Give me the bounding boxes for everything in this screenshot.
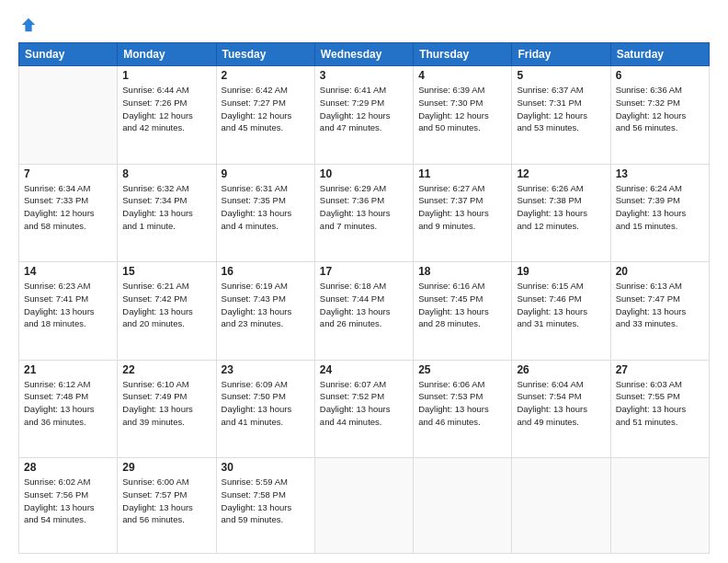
day-number: 24 bbox=[320, 363, 408, 376]
day-of-week-header: Monday bbox=[118, 43, 216, 66]
calendar-header-row: SundayMondayTuesdayWednesdayThursdayFrid… bbox=[19, 43, 710, 66]
calendar-cell: 18Sunrise: 6:16 AMSunset: 7:45 PMDayligh… bbox=[414, 262, 512, 361]
calendar-cell: 22Sunrise: 6:10 AMSunset: 7:49 PMDayligh… bbox=[118, 360, 216, 458]
day-info: Sunrise: 5:59 AMSunset: 7:58 PMDaylight:… bbox=[222, 476, 310, 526]
calendar-cell: 20Sunrise: 6:13 AMSunset: 7:47 PMDayligh… bbox=[610, 262, 709, 361]
calendar-cell: 25Sunrise: 6:06 AMSunset: 7:53 PMDayligh… bbox=[414, 360, 512, 458]
day-info: Sunrise: 6:19 AMSunset: 7:43 PMDaylight:… bbox=[222, 280, 310, 330]
day-info: Sunrise: 6:36 AMSunset: 7:32 PMDaylight:… bbox=[616, 84, 704, 134]
calendar-cell: 26Sunrise: 6:04 AMSunset: 7:54 PMDayligh… bbox=[512, 360, 610, 458]
day-number: 10 bbox=[320, 167, 408, 180]
day-of-week-header: Wednesday bbox=[314, 43, 413, 66]
calendar-cell: 3Sunrise: 6:41 AMSunset: 7:29 PMDaylight… bbox=[314, 66, 413, 165]
day-number: 3 bbox=[320, 69, 408, 82]
day-info: Sunrise: 6:04 AMSunset: 7:54 PMDaylight:… bbox=[517, 378, 605, 429]
day-of-week-header: Saturday bbox=[610, 43, 709, 66]
page: SundayMondayTuesdayWednesdayThursdayFrid… bbox=[0, 0, 728, 563]
logo-icon bbox=[20, 17, 37, 33]
calendar-cell: 9Sunrise: 6:31 AMSunset: 7:35 PMDaylight… bbox=[216, 164, 314, 262]
day-info: Sunrise: 6:39 AMSunset: 7:30 PMDaylight:… bbox=[418, 84, 506, 134]
calendar-week-row: 21Sunrise: 6:12 AMSunset: 7:48 PMDayligh… bbox=[19, 360, 710, 458]
calendar-week-row: 28Sunrise: 6:02 AMSunset: 7:56 PMDayligh… bbox=[19, 458, 710, 554]
day-info: Sunrise: 6:23 AMSunset: 7:41 PMDaylight:… bbox=[24, 280, 112, 330]
day-number: 26 bbox=[517, 363, 605, 376]
day-number: 8 bbox=[122, 167, 210, 180]
day-number: 20 bbox=[616, 265, 704, 278]
calendar-cell bbox=[19, 66, 118, 165]
day-info: Sunrise: 6:24 AMSunset: 7:39 PMDaylight:… bbox=[616, 182, 704, 233]
logo-text bbox=[18, 17, 37, 33]
day-info: Sunrise: 6:07 AMSunset: 7:52 PMDaylight:… bbox=[320, 378, 408, 429]
calendar-cell: 5Sunrise: 6:37 AMSunset: 7:31 PMDaylight… bbox=[512, 66, 610, 165]
day-of-week-header: Sunday bbox=[19, 43, 118, 66]
day-info: Sunrise: 6:27 AMSunset: 7:37 PMDaylight:… bbox=[418, 182, 506, 233]
day-info: Sunrise: 6:13 AMSunset: 7:47 PMDaylight:… bbox=[616, 280, 704, 330]
day-info: Sunrise: 6:26 AMSunset: 7:38 PMDaylight:… bbox=[517, 182, 605, 233]
day-of-week-header: Friday bbox=[512, 43, 610, 66]
calendar-week-row: 14Sunrise: 6:23 AMSunset: 7:41 PMDayligh… bbox=[19, 262, 710, 361]
day-number: 30 bbox=[222, 461, 310, 474]
day-info: Sunrise: 6:15 AMSunset: 7:46 PMDaylight:… bbox=[517, 280, 605, 330]
calendar-cell: 10Sunrise: 6:29 AMSunset: 7:36 PMDayligh… bbox=[314, 164, 413, 262]
header bbox=[18, 17, 710, 33]
day-number: 4 bbox=[418, 69, 506, 82]
calendar-cell bbox=[414, 458, 512, 554]
day-number: 17 bbox=[320, 265, 408, 278]
day-number: 5 bbox=[517, 69, 605, 82]
day-info: Sunrise: 6:02 AMSunset: 7:56 PMDaylight:… bbox=[24, 476, 112, 526]
day-number: 13 bbox=[616, 167, 704, 180]
day-number: 23 bbox=[222, 363, 310, 376]
calendar-cell: 24Sunrise: 6:07 AMSunset: 7:52 PMDayligh… bbox=[314, 360, 413, 458]
calendar-cell: 1Sunrise: 6:44 AMSunset: 7:26 PMDaylight… bbox=[118, 66, 216, 165]
calendar-cell: 30Sunrise: 5:59 AMSunset: 7:58 PMDayligh… bbox=[216, 458, 314, 554]
day-number: 27 bbox=[616, 363, 704, 376]
day-number: 2 bbox=[222, 69, 310, 82]
day-number: 14 bbox=[24, 265, 112, 278]
day-number: 9 bbox=[222, 167, 310, 180]
svg-marker-0 bbox=[22, 18, 35, 31]
calendar-cell: 13Sunrise: 6:24 AMSunset: 7:39 PMDayligh… bbox=[610, 164, 709, 262]
calendar-cell: 28Sunrise: 6:02 AMSunset: 7:56 PMDayligh… bbox=[19, 458, 118, 554]
calendar-cell: 21Sunrise: 6:12 AMSunset: 7:48 PMDayligh… bbox=[19, 360, 118, 458]
day-number: 25 bbox=[418, 363, 506, 376]
day-info: Sunrise: 6:41 AMSunset: 7:29 PMDaylight:… bbox=[320, 84, 408, 134]
day-number: 18 bbox=[418, 265, 506, 278]
day-info: Sunrise: 6:09 AMSunset: 7:50 PMDaylight:… bbox=[222, 378, 310, 429]
calendar-cell bbox=[314, 458, 413, 554]
day-info: Sunrise: 6:10 AMSunset: 7:49 PMDaylight:… bbox=[122, 378, 210, 429]
day-number: 11 bbox=[418, 167, 506, 180]
day-number: 6 bbox=[616, 69, 704, 82]
calendar-cell: 16Sunrise: 6:19 AMSunset: 7:43 PMDayligh… bbox=[216, 262, 314, 361]
day-number: 1 bbox=[122, 69, 210, 82]
calendar-cell: 15Sunrise: 6:21 AMSunset: 7:42 PMDayligh… bbox=[118, 262, 216, 361]
day-of-week-header: Tuesday bbox=[216, 43, 314, 66]
calendar-cell bbox=[512, 458, 610, 554]
calendar-cell: 2Sunrise: 6:42 AMSunset: 7:27 PMDaylight… bbox=[216, 66, 314, 165]
day-of-week-header: Thursday bbox=[414, 43, 512, 66]
day-info: Sunrise: 6:44 AMSunset: 7:26 PMDaylight:… bbox=[122, 84, 210, 134]
day-number: 12 bbox=[517, 167, 605, 180]
calendar-cell: 8Sunrise: 6:32 AMSunset: 7:34 PMDaylight… bbox=[118, 164, 216, 262]
calendar-cell: 14Sunrise: 6:23 AMSunset: 7:41 PMDayligh… bbox=[19, 262, 118, 361]
day-info: Sunrise: 6:42 AMSunset: 7:27 PMDaylight:… bbox=[222, 84, 310, 134]
day-info: Sunrise: 6:21 AMSunset: 7:42 PMDaylight:… bbox=[122, 280, 210, 330]
day-info: Sunrise: 6:03 AMSunset: 7:55 PMDaylight:… bbox=[616, 378, 704, 429]
day-info: Sunrise: 6:31 AMSunset: 7:35 PMDaylight:… bbox=[222, 182, 310, 233]
day-info: Sunrise: 6:32 AMSunset: 7:34 PMDaylight:… bbox=[122, 182, 210, 233]
calendar-cell: 19Sunrise: 6:15 AMSunset: 7:46 PMDayligh… bbox=[512, 262, 610, 361]
calendar-cell: 4Sunrise: 6:39 AMSunset: 7:30 PMDaylight… bbox=[414, 66, 512, 165]
calendar-cell: 11Sunrise: 6:27 AMSunset: 7:37 PMDayligh… bbox=[414, 164, 512, 262]
calendar: SundayMondayTuesdayWednesdayThursdayFrid… bbox=[18, 42, 710, 554]
day-info: Sunrise: 6:00 AMSunset: 7:57 PMDaylight:… bbox=[122, 476, 210, 526]
day-number: 29 bbox=[122, 461, 210, 474]
day-number: 7 bbox=[24, 167, 112, 180]
day-info: Sunrise: 6:18 AMSunset: 7:44 PMDaylight:… bbox=[320, 280, 408, 330]
calendar-cell: 7Sunrise: 6:34 AMSunset: 7:33 PMDaylight… bbox=[19, 164, 118, 262]
day-number: 16 bbox=[222, 265, 310, 278]
day-number: 19 bbox=[517, 265, 605, 278]
day-info: Sunrise: 6:29 AMSunset: 7:36 PMDaylight:… bbox=[320, 182, 408, 233]
day-info: Sunrise: 6:12 AMSunset: 7:48 PMDaylight:… bbox=[24, 378, 112, 429]
logo bbox=[18, 17, 37, 33]
day-number: 22 bbox=[122, 363, 210, 376]
calendar-cell: 29Sunrise: 6:00 AMSunset: 7:57 PMDayligh… bbox=[118, 458, 216, 554]
